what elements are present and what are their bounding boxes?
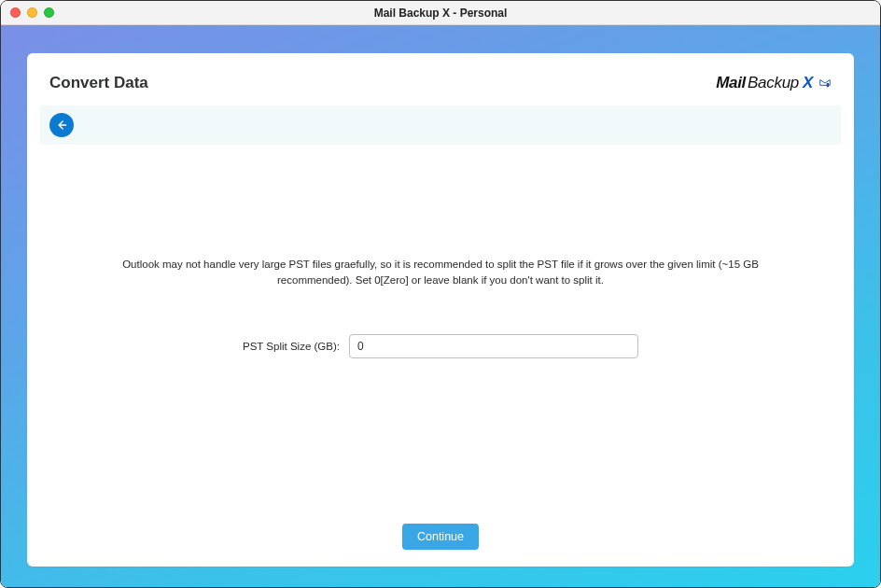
description-text: Outlook may not handle very large PST fi… xyxy=(95,257,786,289)
main-card: Convert Data MailBackup X Outlook may no… xyxy=(27,53,854,567)
window-title: Mail Backup X - Personal xyxy=(1,7,880,20)
content-area: Outlook may not handle very large PST fi… xyxy=(27,145,854,514)
footer: Continue xyxy=(27,514,854,550)
back-bar xyxy=(40,105,841,145)
arrow-left-icon xyxy=(55,119,68,132)
logo-x: X xyxy=(803,74,813,92)
minimize-window-button[interactable] xyxy=(27,7,37,18)
page-title: Convert Data xyxy=(49,74,148,92)
card-header: Convert Data MailBackup X xyxy=(27,74,854,105)
logo-backup: Backup xyxy=(748,74,799,92)
maximize-window-button[interactable] xyxy=(44,7,54,18)
window-titlebar: Mail Backup X - Personal xyxy=(1,1,880,25)
app-logo: MailBackup X xyxy=(716,74,832,92)
split-size-label: PST Split Size (GB): xyxy=(243,341,340,352)
split-size-row: PST Split Size (GB): xyxy=(243,334,638,358)
envelope-shield-icon xyxy=(818,77,832,90)
close-window-button[interactable] xyxy=(10,7,21,18)
split-size-input[interactable] xyxy=(349,334,638,358)
traffic-lights xyxy=(1,7,54,18)
continue-button[interactable]: Continue xyxy=(402,524,479,550)
gradient-background: Convert Data MailBackup X Outlook may no… xyxy=(1,25,880,587)
logo-mail: Mail xyxy=(716,74,746,92)
back-button[interactable] xyxy=(49,113,74,137)
